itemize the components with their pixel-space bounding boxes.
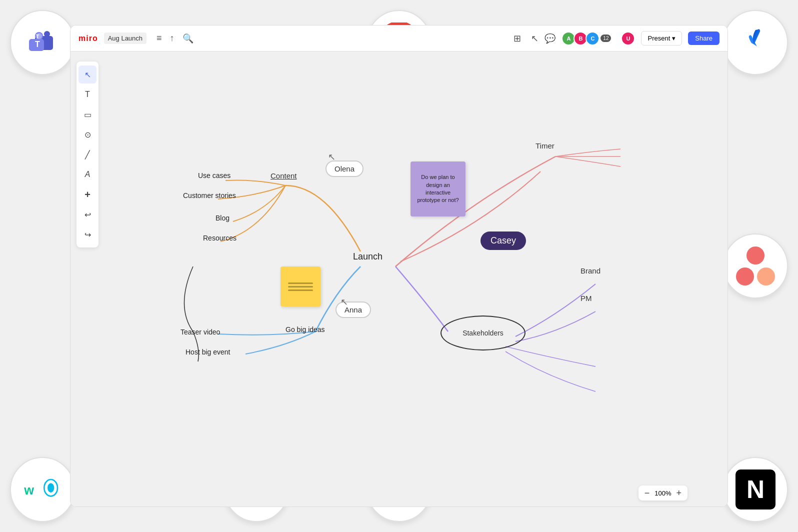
olena-user-badge: Olena: [326, 160, 364, 177]
menu-icon[interactable]: ≡: [156, 33, 162, 44]
asana-logo: [736, 246, 775, 286]
anna-label: Anna: [344, 306, 362, 314]
connect-tool-button[interactable]: ⊙: [78, 126, 96, 144]
stakeholders-label: Stakeholders: [462, 329, 504, 337]
svg-point-9: [48, 483, 54, 492]
grid-view-icon[interactable]: ⊞: [509, 30, 525, 46]
share-button[interactable]: Share: [688, 32, 720, 45]
undo-button[interactable]: ↩: [78, 206, 96, 224]
svg-text:w: w: [24, 483, 34, 497]
use-cases-node: Use cases: [198, 172, 230, 180]
webex-logo: w: [22, 474, 62, 504]
sticky-line-1: [288, 282, 313, 284]
present-dropdown-icon[interactable]: ▾: [672, 34, 676, 42]
board-name[interactable]: Aug Launch: [104, 32, 146, 44]
atlassian-logo: [738, 22, 773, 62]
redo-button[interactable]: ↪: [78, 226, 96, 244]
resources-node: Resources: [203, 234, 236, 242]
svg-text:T: T: [35, 40, 40, 48]
pen-tool-button[interactable]: ╱: [78, 146, 96, 164]
zoom-control: − 100% +: [638, 486, 688, 500]
stakeholders-node: Stakeholders: [440, 316, 526, 350]
collaborator-avatars: A B C 12: [562, 32, 611, 46]
pm-node: PM: [580, 294, 592, 302]
share-label: Share: [695, 34, 712, 42]
current-user-avatar: U: [621, 32, 635, 46]
svg-text:T: T: [36, 34, 40, 40]
add-tool-button[interactable]: +: [78, 186, 96, 204]
notion-logo: N: [736, 470, 776, 510]
zoom-level: 100%: [654, 490, 671, 497]
yellow-sticky-note[interactable]: [280, 266, 320, 306]
webex-integration-icon[interactable]: w: [10, 457, 75, 522]
cursor-tool-icon[interactable]: ↖: [531, 33, 538, 44]
left-tools-panel: ↖ T ▭ ⊙ ╱ A + ↩ ↪: [76, 62, 98, 248]
launch-center-node: Launch: [353, 252, 382, 262]
notion-integration-icon[interactable]: N: [723, 457, 788, 522]
toolbar: miro Aug Launch ≡ ↑ 🔍 ⊞ ↖ 💬 A B C 12 U P…: [70, 26, 728, 52]
host-big-event-node: Host big event: [186, 348, 230, 356]
font-tool-button[interactable]: A: [78, 166, 96, 184]
content-node[interactable]: Content: [270, 172, 297, 180]
avatar-3: C: [586, 32, 600, 46]
blog-node: Blog: [216, 214, 230, 222]
toolbar-right: ⊞ ↖ 💬 A B C 12 U Present ▾ Share: [509, 30, 720, 46]
text-tool-button[interactable]: T: [78, 86, 96, 104]
present-button[interactable]: Present ▾: [641, 31, 682, 46]
canvas[interactable]: Use cases Customer stories Blog Resource…: [70, 52, 728, 506]
asana-integration-icon[interactable]: [723, 234, 788, 298]
customer-stories-node: Customer stories: [183, 192, 236, 200]
sticky-tool-button[interactable]: ▭: [78, 106, 96, 124]
sticky-line-3: [288, 290, 313, 291]
zoom-out-button[interactable]: −: [644, 488, 650, 498]
toolbar-icons: ≡ ↑ 🔍: [156, 33, 194, 44]
mindmap-connections: [70, 52, 728, 506]
present-label: Present: [648, 34, 670, 42]
anna-user-badge: Anna: [336, 302, 371, 318]
comment-icon[interactable]: 💬: [544, 33, 556, 44]
teams-integration-icon[interactable]: T T: [10, 10, 75, 75]
select-tool-button[interactable]: ↖: [78, 66, 96, 84]
export-icon[interactable]: ↑: [170, 33, 174, 44]
atlassian-integration-icon[interactable]: [723, 10, 788, 75]
brand-node: Brand: [580, 266, 600, 275]
purple-sticky-text: Do we plan to design an interactive prot…: [416, 174, 460, 204]
search-toolbar-icon[interactable]: 🔍: [182, 33, 194, 44]
timer-node: Timer: [536, 142, 554, 150]
zoom-in-button[interactable]: +: [676, 488, 682, 498]
casey-label: Casey: [490, 236, 516, 246]
casey-user-badge: Casey: [480, 232, 526, 250]
sticky-line-2: [288, 286, 313, 288]
svg-point-3: [44, 31, 50, 37]
teams-logo: T T: [25, 25, 60, 60]
go-big-ideas-node: Go big ideas: [286, 326, 325, 334]
avatar-count: 12: [600, 34, 611, 42]
olena-label: Olena: [334, 164, 354, 173]
miro-board-container: miro Aug Launch ≡ ↑ 🔍 ⊞ ↖ 💬 A B C 12 U P…: [70, 25, 728, 507]
miro-logo: miro: [78, 34, 98, 43]
teaser-video-node: Teaser video: [180, 328, 220, 336]
purple-sticky-note[interactable]: Do we plan to design an interactive prot…: [410, 162, 466, 216]
